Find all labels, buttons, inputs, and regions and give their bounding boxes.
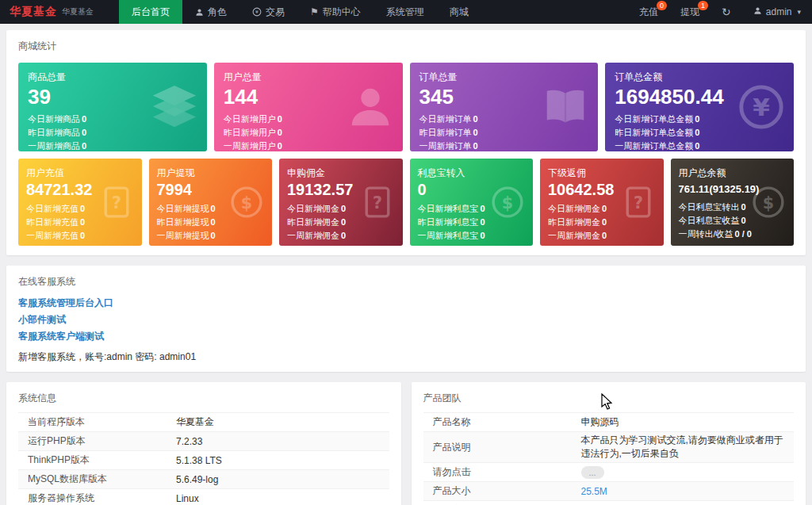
customer-service-panel: 在线客服系统 客服系统管理后台入口 小部件测试 客服系统客户端测试 新增客服系统…: [6, 266, 806, 372]
nav-item-trade[interactable]: ¥ 交易: [239, 0, 297, 24]
service-body: 客服系统管理后台入口 小部件测试 客服系统客户端测试 新增客服系统，账号:adm…: [6, 289, 806, 372]
info-value: 申购源码: [572, 413, 795, 432]
info-label: 数据库: [423, 501, 572, 505]
stat-line: 一周新增充值0: [26, 229, 134, 243]
info-value: 5.1.38 LTS: [167, 451, 389, 470]
system-info-panel: 系统信息 当前程序版本 华夏基金 运行PHP版本 7.2.33 ThinkPHP…: [6, 382, 401, 505]
table-row: 数据库 mysql: [423, 501, 795, 505]
stat-card-user-recharge: 用户充值 84721.32 今日新增充值0 昨日新增充值0 一周新增充值0 ?: [18, 159, 142, 246]
panel-title: 商城统计: [6, 30, 806, 53]
do-not-click-pill[interactable]: ...: [581, 466, 604, 479]
table-row: 产品名称 申购源码: [423, 413, 795, 432]
stat-card-order-amount-total: 订单总金额 1694850.44 今日新增订单总金额0 昨日新增订单总金额0 一…: [605, 63, 794, 151]
stat-line: 一周新增佣金0: [548, 229, 656, 243]
svg-text:$: $: [763, 193, 774, 212]
info-label: 运行PHP版本: [18, 432, 167, 451]
product-size-link[interactable]: 25.5M: [581, 486, 607, 497]
panel-title: 产品团队: [412, 382, 806, 405]
nav-item-help-center[interactable]: ⚑ 帮助中心: [297, 0, 373, 24]
svg-text:¥: ¥: [753, 93, 770, 121]
question-clipboard-icon: ?: [621, 185, 656, 220]
info-label: 产品名称: [423, 413, 572, 432]
stat-title: 下级返佣: [548, 166, 656, 180]
stat-title: 用户总余额: [679, 166, 787, 180]
stat-line: 一周新增商品0: [28, 140, 197, 151]
table-row: MySQL数据库版本 5.6.49-log: [18, 470, 389, 489]
info-value: 7.2.33: [167, 432, 389, 451]
mall-statistics-panel: 商城统计 商品总量 39 今日新增商品0 昨日新增商品0 一周新增商品0 用户总…: [6, 30, 806, 255]
info-value: 5.6.49-log: [167, 470, 389, 489]
recharge-label: 充值: [639, 6, 658, 19]
withdraw-badge: 1: [698, 1, 708, 10]
client-test-link[interactable]: 客服系统客户端测试: [18, 330, 794, 343]
top-navbar: 华夏基金 华夏基金 后台首页 角色 ¥ 交易 ⚑ 帮助中心 系统管理 商城 充值…: [0, 0, 812, 24]
flag-icon: ⚑: [310, 6, 319, 17]
recharge-badge: 0: [657, 1, 667, 10]
chevron-down-icon: ▾: [797, 8, 801, 16]
system-info-body: 当前程序版本 华夏基金 运行PHP版本 7.2.33 ThinkPHP版本 5.…: [6, 412, 401, 505]
stat-line: 一周新增佣金0: [287, 229, 395, 243]
product-team-panel: 产品团队 产品名称 申购源码 产品说明 本产品只为学习测试交流,请勿要做商业或者…: [412, 382, 806, 505]
admin-menu[interactable]: admin ▾: [742, 0, 812, 24]
stat-card-user-balance-total: 用户总余额 761.11(91325.19) 今日利息宝转出0 今日利息宝收益0…: [671, 159, 795, 246]
info-value: 本产品只为学习测试交流,请勿要做商业或者用于违法行为,一切后果自负: [572, 432, 795, 463]
widget-test-link[interactable]: 小部件测试: [18, 313, 794, 327]
page-content: 商城统计 商品总量 39 今日新增商品0 昨日新增商品0 一周新增商品0 用户总…: [0, 24, 812, 505]
nav-item-system-admin[interactable]: 系统管理: [373, 0, 437, 24]
info-value: 25.5M: [572, 482, 795, 501]
svg-text:?: ?: [634, 193, 643, 212]
info-value: 华夏基金: [167, 413, 389, 432]
stat-title: 用户充值: [26, 166, 134, 180]
info-label: MySQL数据库版本: [18, 470, 167, 489]
stat-card-users-total: 用户总量 144 今日新增用户0 昨日新增用户0 一周新增用户0: [214, 63, 403, 151]
product-team-table: 产品名称 申购源码 产品说明 本产品只为学习测试交流,请勿要做商业或者用于违法行…: [423, 412, 795, 505]
stat-title: 用户提现: [157, 166, 265, 180]
brand-title: 华夏基金: [10, 5, 57, 19]
nav-item-label: 帮助中心: [323, 6, 361, 19]
question-clipboard-icon: ?: [99, 185, 134, 220]
stat-title: 利息宝转入: [418, 166, 526, 180]
recharge-button[interactable]: 充值 0: [628, 0, 669, 24]
svg-text:$: $: [502, 193, 513, 212]
info-value: ...: [572, 463, 795, 482]
nav-item-label: 商城: [450, 6, 469, 19]
user-icon: [346, 82, 395, 132]
book-icon: [541, 82, 590, 132]
stats-row-2: 用户充值 84721.32 今日新增充值0 昨日新增充值0 一周新增充值0 ? …: [18, 159, 794, 246]
refresh-button[interactable]: ↻: [710, 0, 742, 24]
brand[interactable]: 华夏基金 华夏基金: [0, 0, 119, 24]
nav-item-label: 后台首页: [132, 6, 170, 19]
service-admin-entry-link[interactable]: 客服系统管理后台入口: [18, 296, 794, 310]
table-row: 当前程序版本 华夏基金: [18, 413, 389, 432]
stat-line: 一周新增订单0: [419, 140, 589, 151]
info-label: 服务器操作系统: [18, 489, 167, 505]
nav-item-home[interactable]: 后台首页: [119, 0, 182, 24]
svg-text:?: ?: [112, 193, 121, 212]
main-menu: 后台首页 角色 ¥ 交易 ⚑ 帮助中心 系统管理 商城: [119, 0, 481, 24]
question-clipboard-icon: ?: [360, 185, 395, 220]
nav-item-roles[interactable]: 角色: [182, 0, 239, 24]
stat-card-products-total: 商品总量 39 今日新增商品0 昨日新增商品0 一周新增商品0: [18, 63, 207, 151]
nav-item-mall[interactable]: 商城: [437, 0, 481, 24]
brand-subtitle: 华夏基金: [62, 6, 94, 17]
stat-line: 一周新增提现0: [157, 229, 265, 243]
withdraw-button[interactable]: 提现 1: [669, 0, 710, 24]
stat-card-user-withdraw: 用户提现 7994 今日新增提现0 昨日新增提现0 一周新增提现0 $: [149, 159, 273, 246]
stat-line: 一周新增用户0: [224, 140, 393, 151]
refresh-icon: ↻: [722, 6, 731, 18]
stats-row-1: 商品总量 39 今日新增商品0 昨日新增商品0 一周新增商品0 用户总量 144…: [18, 63, 794, 151]
user-icon: [195, 8, 204, 17]
table-row: ThinkPHP版本 5.1.38 LTS: [18, 451, 389, 470]
stat-title: 申购佣金: [287, 166, 395, 180]
svg-text:¥: ¥: [255, 9, 259, 14]
admin-label: admin: [766, 6, 792, 17]
stat-card-purchase-commission: 申购佣金 19132.57 今日新增佣金0 昨日新增佣金0 一周新增佣金0 ?: [279, 159, 403, 246]
info-label: ThinkPHP版本: [18, 451, 167, 470]
info-value: mysql: [572, 501, 795, 505]
svg-text:?: ?: [373, 193, 382, 212]
table-row: 运行PHP版本 7.2.33: [18, 432, 389, 451]
table-row: 服务器操作系统 Linux: [18, 489, 389, 505]
panel-title: 系统信息: [6, 382, 401, 405]
table-row: 产品大小 25.5M: [423, 482, 795, 501]
nav-item-label: 系统管理: [386, 6, 424, 19]
